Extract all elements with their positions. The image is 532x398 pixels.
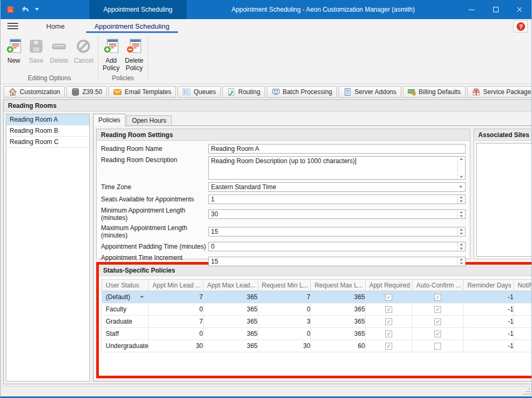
checkbox-cell[interactable] xyxy=(412,316,463,328)
checkbox-cell[interactable] xyxy=(412,291,463,303)
tab-email-templates[interactable]: Email Templates xyxy=(108,86,176,98)
maximize-button[interactable] xyxy=(484,0,508,19)
tab-billing-defaults[interactable]: $Billing Defaults xyxy=(403,86,466,98)
spinner-buttons[interactable] xyxy=(457,195,465,204)
close-button[interactable] xyxy=(508,0,531,19)
seats-available-for-appointments-input[interactable]: 1 xyxy=(208,194,466,204)
delete-button[interactable]: Delete xyxy=(47,35,71,66)
checkbox-cell[interactable] xyxy=(412,328,463,340)
resize-grip-icon[interactable] xyxy=(523,388,530,395)
textarea-scrollbar[interactable] xyxy=(457,157,465,179)
checkbox-cell[interactable] xyxy=(412,303,463,316)
ribbon-tab-home[interactable]: Home xyxy=(37,19,74,33)
spin-down-icon[interactable] xyxy=(458,247,465,251)
spin-down-icon[interactable] xyxy=(458,232,465,236)
spinner-buttons[interactable] xyxy=(457,242,465,251)
checkbox-cell[interactable] xyxy=(412,340,463,352)
value-cell[interactable]: 365 xyxy=(203,340,258,352)
table-row-default[interactable]: (Default)73657365-1 xyxy=(102,291,532,303)
tab-open-hours[interactable]: Open Hours xyxy=(126,115,172,126)
spin-up-icon[interactable] xyxy=(458,195,465,199)
appointment-padding-time-minutes-input[interactable]: 0 xyxy=(208,242,466,251)
undo-redo-icon[interactable] xyxy=(20,5,30,14)
reading-room-name-input[interactable]: Reading Room A xyxy=(208,144,466,154)
list-item-reading-room-a[interactable]: Reading Room A xyxy=(6,114,89,125)
value-cell[interactable]: 7 xyxy=(149,291,204,303)
column-header-appt-required[interactable]: Appt Required xyxy=(365,280,412,291)
maximum-appointment-length-minutes-input[interactable]: 15 xyxy=(208,227,466,236)
column-header-request-max-l[interactable]: Request Max L... xyxy=(310,280,365,291)
checked-checkbox[interactable] xyxy=(385,331,392,337)
list-item-reading-room-b[interactable]: Reading Room B xyxy=(6,125,89,137)
tab-policies[interactable]: Policies xyxy=(93,114,125,126)
ribbon-tab-appointment-scheduling[interactable]: Appointment Scheduling xyxy=(85,19,179,33)
tab-z39-50[interactable]: Z39.50 xyxy=(66,86,107,98)
minimum-appointment-length-minutes-input[interactable]: 30 xyxy=(208,209,466,219)
appointment-time-increment-minutes-input[interactable]: 15 xyxy=(208,257,466,266)
reading-room-description-input[interactable]: Reading Room Description (up to 1000 cha… xyxy=(208,156,466,180)
value-cell[interactable]: 0 xyxy=(149,328,204,340)
minimize-button[interactable] xyxy=(460,0,484,19)
spinner-buttons[interactable] xyxy=(457,227,465,236)
user-status-cell[interactable]: Faculty xyxy=(102,303,149,316)
tab-batch-processing[interactable]: Batch Processing xyxy=(267,86,337,98)
spin-up-icon[interactable] xyxy=(458,210,465,214)
checked-checkbox[interactable] xyxy=(434,318,441,325)
checkbox-cell[interactable] xyxy=(514,291,532,303)
list-item-reading-room-c[interactable]: Reading Room C xyxy=(6,137,89,148)
checkbox-cell[interactable] xyxy=(365,303,412,316)
value-cell[interactable]: 30 xyxy=(149,340,204,352)
help-button[interactable]: ? xyxy=(513,20,528,32)
table-row-graduate[interactable]: Graduate73653365-1 xyxy=(102,316,532,328)
column-header-auto-confirm[interactable]: Auto-Confirm ... xyxy=(412,280,463,291)
value-cell[interactable]: 7 xyxy=(149,316,204,328)
checked-checkbox[interactable] xyxy=(434,306,441,313)
spin-up-icon[interactable] xyxy=(458,227,465,232)
cancel-button[interactable]: Cancel xyxy=(71,35,96,66)
checked-checkbox[interactable] xyxy=(385,343,392,350)
unchecked-checkbox[interactable] xyxy=(434,343,441,350)
reading-room-list[interactable]: Reading Room AReading Room BReading Room… xyxy=(6,114,90,382)
value-cell[interactable]: 365 xyxy=(310,303,365,316)
value-cell[interactable]: 3 xyxy=(258,316,310,328)
value-cell[interactable]: 30 xyxy=(258,340,310,352)
spin-up-icon[interactable] xyxy=(458,257,465,261)
checked-checkbox[interactable] xyxy=(434,294,441,301)
checkbox-cell[interactable] xyxy=(365,291,412,303)
value-cell[interactable]: 365 xyxy=(310,291,365,303)
time-zone-input[interactable]: Eastern Standard Time xyxy=(208,182,466,192)
delete-policy-button[interactable]: DeletePolicy xyxy=(122,35,146,73)
value-cell[interactable]: -1 xyxy=(463,328,514,340)
value-cell[interactable]: 365 xyxy=(310,328,365,340)
tab-service-packages[interactable]: Service Packages xyxy=(467,86,532,98)
user-status-cell[interactable]: Graduate xyxy=(102,316,149,328)
spin-down-icon[interactable] xyxy=(458,214,465,218)
tab-routing[interactable]: Routing xyxy=(222,86,265,98)
value-cell[interactable]: 365 xyxy=(203,291,258,303)
column-header-appt-max-lead[interactable]: Appt Max Lead... xyxy=(203,280,258,291)
value-cell[interactable]: 60 xyxy=(310,340,365,352)
tab-server-addons[interactable]: Server Addons xyxy=(339,86,401,98)
column-header-reminder-days[interactable]: Reminder Days xyxy=(463,280,514,291)
tab-queues[interactable]: Queues xyxy=(178,86,221,98)
save-button[interactable]: Save xyxy=(25,35,47,66)
value-cell[interactable]: 0 xyxy=(258,328,310,340)
column-header-appt-min-lead[interactable]: Appt Min Lead ... xyxy=(149,280,204,291)
column-header-request-min-l[interactable]: Request Min L... xyxy=(258,280,310,291)
checked-checkbox[interactable] xyxy=(385,318,392,325)
spinner-buttons[interactable] xyxy=(457,210,465,218)
value-cell[interactable]: 365 xyxy=(203,303,258,316)
spin-down-icon[interactable] xyxy=(458,261,465,266)
value-cell[interactable]: 0 xyxy=(258,303,310,316)
value-cell[interactable]: 7 xyxy=(258,291,310,303)
column-header-notify-appt-rec[interactable]: Notify Appt Rec... xyxy=(514,280,532,291)
spinner-buttons[interactable] xyxy=(457,257,465,266)
dropdown-arrow-icon[interactable] xyxy=(457,183,465,191)
table-row-undergraduate[interactable]: Undergraduate303653060-1 xyxy=(102,340,532,352)
value-cell[interactable]: -1 xyxy=(463,340,514,352)
value-cell[interactable]: 365 xyxy=(203,328,258,340)
value-cell[interactable]: -1 xyxy=(463,303,514,316)
spin-up-icon[interactable] xyxy=(458,242,465,247)
checked-checkbox[interactable] xyxy=(385,294,392,301)
document-tab-appointment-scheduling[interactable]: Appointment Scheduling xyxy=(89,0,187,19)
